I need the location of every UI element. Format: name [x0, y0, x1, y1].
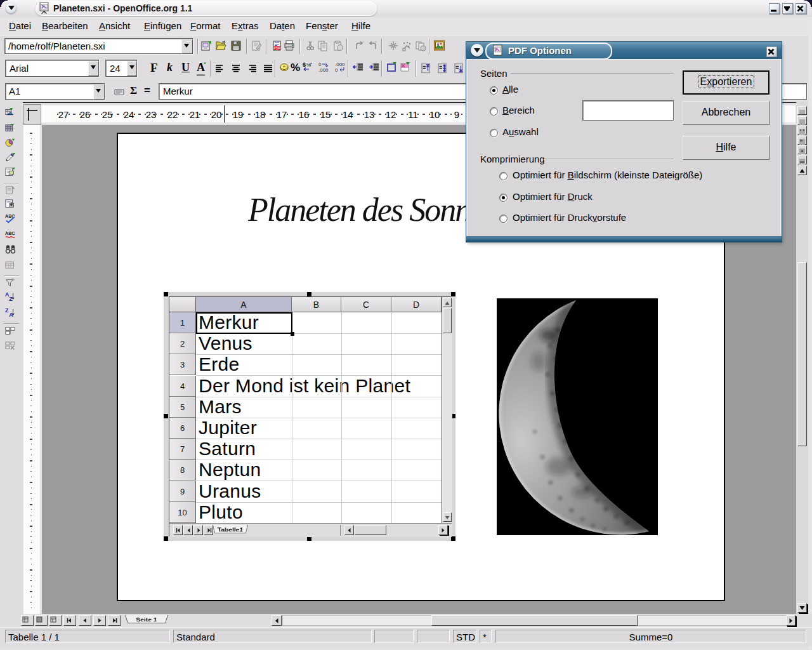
svg-text:.000: .000 [318, 67, 329, 72]
svg-text:0: 0 [318, 62, 322, 67]
svg-text:0: 0 [335, 67, 338, 72]
svg-text:PDF: PDF [273, 46, 280, 50]
svg-text:.000: .000 [335, 62, 345, 67]
svg-text:Z: Z [5, 307, 9, 314]
svg-text:ABC: ABC [5, 231, 15, 236]
svg-text:Z: Z [9, 296, 13, 302]
svg-text:$: $ [303, 62, 306, 68]
svg-text:%: % [306, 62, 311, 68]
